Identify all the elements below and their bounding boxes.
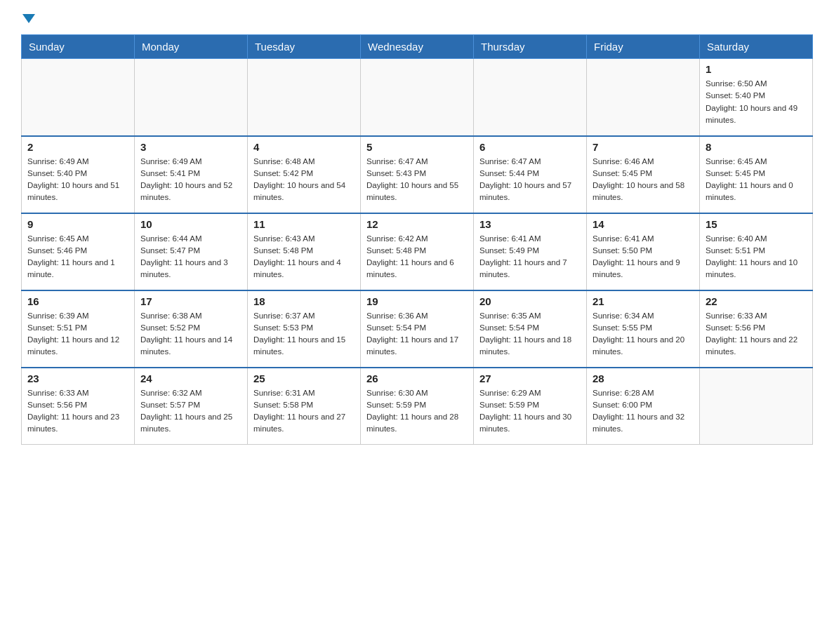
day-number: 3: [140, 141, 241, 153]
day-info: Sunrise: 6:47 AMSunset: 5:44 PMDaylight:…: [479, 156, 581, 204]
calendar-week-row: 16Sunrise: 6:39 AMSunset: 5:51 PMDayligh…: [22, 290, 813, 368]
logo: [21, 14, 35, 23]
day-number: 27: [479, 373, 581, 384]
calendar-day-cell: 5Sunrise: 6:47 AMSunset: 5:43 PMDaylight…: [361, 136, 474, 213]
day-number: 2: [27, 141, 128, 153]
day-info: Sunrise: 6:47 AMSunset: 5:43 PMDaylight:…: [366, 156, 468, 204]
day-info: Sunrise: 6:42 AMSunset: 5:48 PMDaylight:…: [366, 233, 468, 281]
day-number: 10: [140, 218, 241, 230]
day-number: 1: [706, 63, 807, 75]
day-info: Sunrise: 6:45 AMSunset: 5:46 PMDaylight:…: [27, 233, 128, 281]
calendar-day-cell: 13Sunrise: 6:41 AMSunset: 5:49 PMDayligh…: [474, 213, 587, 290]
day-info: Sunrise: 6:38 AMSunset: 5:52 PMDaylight:…: [140, 310, 241, 358]
day-info: Sunrise: 6:46 AMSunset: 5:45 PMDaylight:…: [593, 156, 694, 204]
calendar-day-cell: 18Sunrise: 6:37 AMSunset: 5:53 PMDayligh…: [248, 290, 361, 368]
calendar-header-row: SundayMondayTuesdayWednesdayThursdayFrid…: [22, 35, 813, 59]
day-info: Sunrise: 6:43 AMSunset: 5:48 PMDaylight:…: [253, 233, 355, 281]
calendar-day-cell: 22Sunrise: 6:33 AMSunset: 5:56 PMDayligh…: [700, 290, 813, 368]
day-info: Sunrise: 6:48 AMSunset: 5:42 PMDaylight:…: [253, 156, 355, 204]
calendar-day-header: Tuesday: [248, 35, 361, 59]
calendar-week-row: 23Sunrise: 6:33 AMSunset: 5:56 PMDayligh…: [22, 368, 813, 445]
calendar-day-cell: 16Sunrise: 6:39 AMSunset: 5:51 PMDayligh…: [22, 290, 135, 368]
day-number: 17: [140, 295, 241, 307]
day-info: Sunrise: 6:39 AMSunset: 5:51 PMDaylight:…: [27, 310, 128, 358]
day-number: 18: [253, 295, 355, 307]
calendar-day-header: Thursday: [474, 35, 587, 59]
day-number: 4: [253, 141, 355, 153]
calendar-day-cell: 11Sunrise: 6:43 AMSunset: 5:48 PMDayligh…: [248, 213, 361, 290]
calendar-day-cell: 15Sunrise: 6:40 AMSunset: 5:51 PMDayligh…: [700, 213, 813, 290]
calendar-day-cell: 12Sunrise: 6:42 AMSunset: 5:48 PMDayligh…: [361, 213, 474, 290]
day-info: Sunrise: 6:31 AMSunset: 5:58 PMDaylight:…: [253, 387, 355, 436]
day-number: 7: [593, 141, 694, 153]
day-number: 13: [479, 218, 581, 230]
calendar-day-cell: 21Sunrise: 6:34 AMSunset: 5:55 PMDayligh…: [587, 290, 700, 368]
day-info: Sunrise: 6:44 AMSunset: 5:47 PMDaylight:…: [140, 233, 241, 281]
calendar-day-cell: 7Sunrise: 6:46 AMSunset: 5:45 PMDaylight…: [587, 136, 700, 213]
page-header: [21, 14, 813, 23]
calendar-day-cell: [248, 59, 361, 136]
day-number: 19: [366, 295, 468, 307]
calendar-day-cell: 14Sunrise: 6:41 AMSunset: 5:50 PMDayligh…: [587, 213, 700, 290]
calendar-day-cell: 26Sunrise: 6:30 AMSunset: 5:59 PMDayligh…: [361, 368, 474, 445]
calendar-day-cell: 19Sunrise: 6:36 AMSunset: 5:54 PMDayligh…: [361, 290, 474, 368]
calendar-day-cell: 28Sunrise: 6:28 AMSunset: 6:00 PMDayligh…: [587, 368, 700, 445]
calendar-day-cell: 8Sunrise: 6:45 AMSunset: 5:45 PMDaylight…: [700, 136, 813, 213]
day-info: Sunrise: 6:45 AMSunset: 5:45 PMDaylight:…: [706, 156, 807, 204]
day-info: Sunrise: 6:33 AMSunset: 5:56 PMDaylight:…: [27, 387, 128, 436]
calendar-day-cell: [361, 59, 474, 136]
day-info: Sunrise: 6:30 AMSunset: 5:59 PMDaylight:…: [366, 387, 468, 436]
calendar-day-header: Wednesday: [361, 35, 474, 59]
calendar-week-row: 1Sunrise: 6:50 AMSunset: 5:40 PMDaylight…: [22, 59, 813, 136]
day-info: Sunrise: 6:50 AMSunset: 5:40 PMDaylight:…: [706, 78, 807, 126]
calendar-day-header: Saturday: [700, 35, 813, 59]
calendar-day-cell: [700, 368, 813, 445]
day-info: Sunrise: 6:34 AMSunset: 5:55 PMDaylight:…: [593, 310, 694, 358]
day-number: 16: [27, 295, 128, 307]
logo-arrow-icon: [22, 14, 35, 23]
calendar-day-cell: 20Sunrise: 6:35 AMSunset: 5:54 PMDayligh…: [474, 290, 587, 368]
day-number: 20: [479, 295, 581, 307]
calendar-week-row: 9Sunrise: 6:45 AMSunset: 5:46 PMDaylight…: [22, 213, 813, 290]
calendar-day-cell: 10Sunrise: 6:44 AMSunset: 5:47 PMDayligh…: [135, 213, 248, 290]
day-number: 25: [253, 373, 355, 384]
calendar-day-cell: 27Sunrise: 6:29 AMSunset: 5:59 PMDayligh…: [474, 368, 587, 445]
calendar-day-cell: [474, 59, 587, 136]
day-number: 8: [706, 141, 807, 153]
day-info: Sunrise: 6:36 AMSunset: 5:54 PMDaylight:…: [366, 310, 468, 358]
calendar-day-cell: 1Sunrise: 6:50 AMSunset: 5:40 PMDaylight…: [700, 59, 813, 136]
day-number: 12: [366, 218, 468, 230]
calendar-day-header: Friday: [587, 35, 700, 59]
day-number: 9: [27, 218, 128, 230]
calendar-day-cell: [135, 59, 248, 136]
day-number: 11: [253, 218, 355, 230]
calendar-day-cell: 24Sunrise: 6:32 AMSunset: 5:57 PMDayligh…: [135, 368, 248, 445]
day-info: Sunrise: 6:41 AMSunset: 5:50 PMDaylight:…: [593, 233, 694, 281]
calendar-day-cell: 25Sunrise: 6:31 AMSunset: 5:58 PMDayligh…: [248, 368, 361, 445]
day-number: 28: [593, 373, 694, 384]
calendar-day-cell: 17Sunrise: 6:38 AMSunset: 5:52 PMDayligh…: [135, 290, 248, 368]
calendar-day-cell: [22, 59, 135, 136]
day-number: 26: [366, 373, 468, 384]
day-number: 15: [706, 218, 807, 230]
calendar-day-cell: 2Sunrise: 6:49 AMSunset: 5:40 PMDaylight…: [22, 136, 135, 213]
day-number: 22: [706, 295, 807, 307]
calendar-day-cell: 23Sunrise: 6:33 AMSunset: 5:56 PMDayligh…: [22, 368, 135, 445]
day-info: Sunrise: 6:40 AMSunset: 5:51 PMDaylight:…: [706, 233, 807, 281]
day-info: Sunrise: 6:49 AMSunset: 5:40 PMDaylight:…: [27, 156, 128, 204]
calendar-day-cell: 9Sunrise: 6:45 AMSunset: 5:46 PMDaylight…: [22, 213, 135, 290]
day-number: 5: [366, 141, 468, 153]
calendar-week-row: 2Sunrise: 6:49 AMSunset: 5:40 PMDaylight…: [22, 136, 813, 213]
day-number: 21: [593, 295, 694, 307]
day-info: Sunrise: 6:29 AMSunset: 5:59 PMDaylight:…: [479, 387, 581, 436]
calendar-day-cell: 3Sunrise: 6:49 AMSunset: 5:41 PMDaylight…: [135, 136, 248, 213]
day-number: 23: [27, 373, 128, 384]
day-info: Sunrise: 6:33 AMSunset: 5:56 PMDaylight:…: [706, 310, 807, 358]
day-info: Sunrise: 6:49 AMSunset: 5:41 PMDaylight:…: [140, 156, 241, 204]
day-info: Sunrise: 6:28 AMSunset: 6:00 PMDaylight:…: [593, 387, 694, 436]
calendar-day-header: Sunday: [22, 35, 135, 59]
day-info: Sunrise: 6:37 AMSunset: 5:53 PMDaylight:…: [253, 310, 355, 358]
calendar-table: SundayMondayTuesdayWednesdayThursdayFrid…: [21, 34, 813, 445]
day-number: 14: [593, 218, 694, 230]
calendar-day-cell: [587, 59, 700, 136]
